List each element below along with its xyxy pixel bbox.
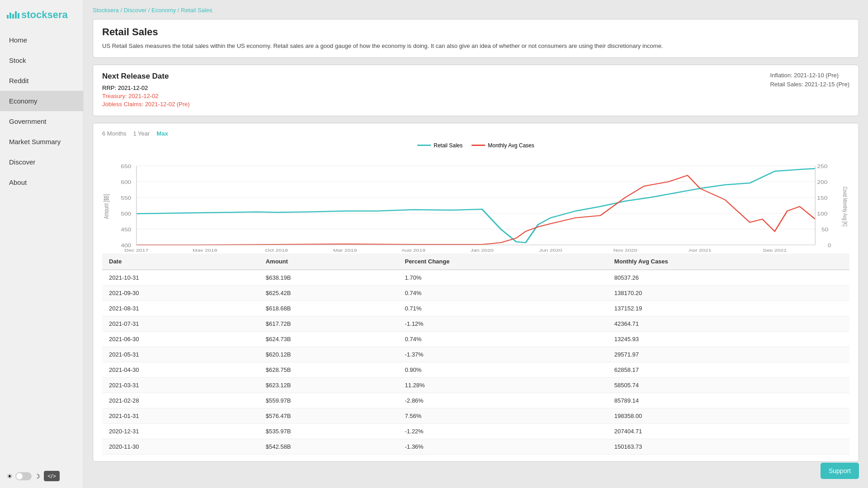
cell-cases: 85789.14: [608, 393, 849, 408]
cell-pct: -1.36%: [398, 439, 607, 454]
table-row: 2021-06-30 $624.73B 0.74% 13245.93: [102, 331, 849, 347]
main-content: Stocksera / Discover / Economy / Retail …: [84, 0, 868, 488]
cell-date: 2021-03-31: [102, 377, 259, 393]
svg-text:100: 100: [817, 211, 827, 216]
svg-text:Apr 2021: Apr 2021: [689, 248, 711, 251]
toggle-knob: [16, 473, 23, 479]
monthly-avg-line: [137, 175, 815, 245]
sidebar-item-government[interactable]: Government: [0, 111, 83, 131]
data-table: Date Amount Percent Change Monthly Avg C…: [102, 253, 849, 455]
cell-cases: 42364.71: [608, 316, 849, 331]
cell-pct: 11.28%: [398, 377, 607, 393]
filter-max[interactable]: Max: [156, 130, 168, 137]
release-rrp: RRP: 2021-12-02: [102, 84, 190, 91]
cell-date: 2021-02-28: [102, 393, 259, 408]
svg-text:0: 0: [828, 243, 831, 248]
col-cases: Monthly Avg Cases: [608, 253, 849, 270]
cell-pct: 1.70%: [398, 270, 607, 286]
svg-text:Sep 2021: Sep 2021: [763, 248, 787, 251]
cell-amount: $576.47B: [259, 408, 398, 423]
code-button[interactable]: </>: [44, 471, 60, 481]
logo-text: stocksera: [21, 9, 68, 21]
table-row: 2021-04-30 $628.75B 0.90% 62858.17: [102, 362, 849, 377]
svg-text:250: 250: [817, 164, 827, 169]
svg-text:50: 50: [821, 227, 829, 232]
cell-pct: 0.74%: [398, 331, 607, 347]
cell-amount: $620.12B: [259, 347, 398, 362]
cell-date: 2021-07-31: [102, 316, 259, 331]
table-row: 2020-11-30 $542.58B -1.36% 150163.73: [102, 439, 849, 454]
sidebar-bottom: ☀ ☽ </>: [0, 464, 83, 488]
release-title: Next Release Date: [102, 72, 190, 81]
title-card: Retail Sales US Retail Sales measures th…: [93, 19, 859, 58]
col-pct: Percent Change: [398, 253, 607, 270]
breadcrumb: Stocksera / Discover / Economy / Retail …: [93, 7, 859, 14]
svg-text:200: 200: [817, 179, 827, 185]
col-amount: Amount: [259, 253, 398, 270]
sidebar-item-home[interactable]: Home: [0, 30, 83, 50]
sidebar-item-economy[interactable]: Economy: [0, 91, 83, 111]
svg-text:500: 500: [121, 211, 131, 216]
page-title: Retail Sales: [102, 26, 849, 38]
release-treasury: Treasury: 2021-12-02: [102, 93, 190, 99]
cell-cases: 80537.26: [608, 270, 849, 286]
sidebar-item-about[interactable]: About: [0, 172, 83, 192]
cell-pct: 0.90%: [398, 362, 607, 377]
svg-text:Mar 2019: Mar 2019: [333, 248, 357, 251]
svg-text:650: 650: [121, 164, 131, 169]
release-left: Next Release Date RRP: 2021-12-02 Treasu…: [102, 72, 190, 109]
filter-1year[interactable]: 1 Year: [133, 130, 150, 137]
support-button[interactable]: Support: [821, 463, 859, 479]
cell-cases: 207404.71: [608, 423, 849, 439]
svg-text:Covid Monthly Avg [K]: Covid Monthly Avg [K]: [842, 187, 849, 226]
cell-date: 2021-04-30: [102, 362, 259, 377]
cell-date: 2021-08-31: [102, 300, 259, 316]
table-row: 2020-12-31 $535.97B -1.22% 207404.71: [102, 423, 849, 439]
logo-bars-icon: [7, 11, 19, 19]
main-chart: 400 450 500 550 600 650 Amount [$B] 0 50…: [102, 152, 849, 252]
filter-6months[interactable]: 6 Months: [102, 130, 126, 137]
svg-text:150: 150: [817, 195, 827, 201]
cell-amount: $628.75B: [259, 362, 398, 377]
theme-toggle-track[interactable]: [15, 472, 32, 480]
svg-text:Dec 2017: Dec 2017: [124, 248, 148, 251]
chart-container: 400 450 500 550 600 650 Amount [$B] 0 50…: [102, 152, 849, 253]
legend-monthly-label: Monthly Avg Cases: [488, 142, 534, 149]
svg-text:450: 450: [121, 227, 131, 232]
sun-icon: ☀: [7, 473, 13, 480]
table-row: 2021-08-31 $618.68B 0.71% 137152.19: [102, 300, 849, 316]
sidebar-item-market-summary[interactable]: Market Summary: [0, 131, 83, 152]
svg-text:600: 600: [121, 179, 131, 185]
logo[interactable]: stocksera: [0, 5, 83, 30]
cell-date: 2021-10-31: [102, 270, 259, 286]
cell-amount: $624.73B: [259, 331, 398, 347]
theme-toggle[interactable]: ☀ ☽: [7, 472, 40, 480]
svg-text:Aug 2019: Aug 2019: [401, 248, 425, 251]
release-inflation: Inflation: 2021-12-10 (Pre): [770, 72, 849, 79]
legend-red-line: [472, 145, 485, 146]
cell-pct: 0.71%: [398, 300, 607, 316]
cell-cases: 198358.00: [608, 408, 849, 423]
svg-text:May 2018: May 2018: [193, 248, 217, 251]
col-date: Date: [102, 253, 259, 270]
sidebar-item-stock[interactable]: Stock: [0, 50, 83, 70]
cell-cases: 150163.73: [608, 439, 849, 454]
svg-text:550: 550: [121, 195, 131, 201]
sidebar-item-reddit[interactable]: Reddit: [0, 70, 83, 91]
svg-text:Jun 2020: Jun 2020: [539, 248, 562, 251]
release-jobless: Jobless Claims: 2021-12-02 (Pre): [102, 101, 190, 108]
table-row: 2021-10-31 $638.19B 1.70% 80537.26: [102, 270, 849, 286]
cell-amount: $617.72B: [259, 316, 398, 331]
release-right: Inflation: 2021-12-10 (Pre) Retail Sales…: [770, 72, 849, 109]
cell-cases: 138170.20: [608, 285, 849, 300]
table-row: 2021-05-31 $620.12B -1.37% 29571.97: [102, 347, 849, 362]
release-retail-sales: Retail Sales: 2021-12-15 (Pre): [770, 81, 849, 88]
cell-date: 2021-05-31: [102, 347, 259, 362]
legend-retail-label: Retail Sales: [434, 142, 462, 149]
cell-date: 2020-12-31: [102, 423, 259, 439]
table-row: 2021-02-28 $559.97B -2.86% 85789.14: [102, 393, 849, 408]
sidebar-item-discover[interactable]: Discover: [0, 152, 83, 172]
cell-date: 2021-06-30: [102, 331, 259, 347]
cell-cases: 137152.19: [608, 300, 849, 316]
table-row: 2021-03-31 $623.12B 11.28% 58505.74: [102, 377, 849, 393]
